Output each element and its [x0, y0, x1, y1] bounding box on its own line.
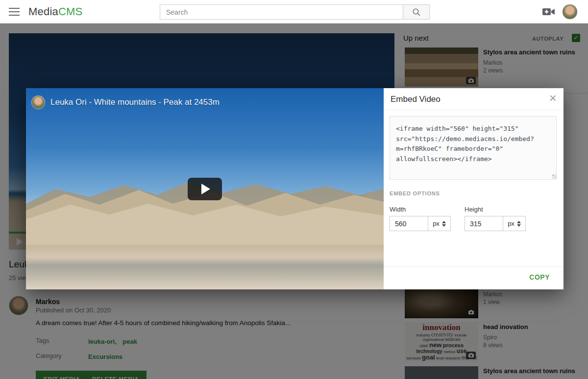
menu-icon[interactable] — [9, 7, 20, 16]
preview-video-title: Leuka Ori - White mountains - Peak at 24… — [50, 97, 220, 107]
search-button[interactable] — [403, 4, 430, 20]
spinner-arrows-icon — [442, 221, 446, 227]
width-label: Width — [390, 206, 406, 213]
height-label: Height — [465, 206, 483, 213]
search-input[interactable] — [160, 4, 403, 20]
embed-popup: Leuka Ori - White mountains - Peak at 24… — [26, 88, 564, 289]
play-button[interactable] — [188, 178, 222, 200]
top-header: MediaCMS — [0, 0, 588, 24]
embed-video-preview[interactable]: Leuka Ori - White mountains - Peak at 24… — [26, 88, 384, 289]
height-input[interactable] — [465, 216, 503, 231]
modal-title-divider — [384, 110, 564, 110]
upload-media-icon[interactable] — [542, 7, 556, 17]
spinner-arrows-icon — [517, 221, 521, 227]
width-input[interactable] — [390, 216, 428, 231]
modal-footer-divider — [384, 266, 564, 267]
mediacms-app: Leuka Ori - White mountains - Peak at 24… — [0, 0, 588, 379]
modal-title: Embed Video — [391, 95, 441, 104]
play-icon — [201, 184, 210, 194]
close-icon[interactable]: × — [549, 91, 557, 106]
embed-code-textarea[interactable]: <iframe width="560" height="315" src="ht… — [390, 116, 557, 180]
embed-video-modal: Embed Video × <iframe width="560" height… — [384, 88, 564, 289]
resize-handle-icon[interactable] — [552, 174, 557, 179]
uploader-avatar[interactable] — [31, 95, 45, 109]
search-icon — [412, 8, 421, 17]
height-unit-value: px — [508, 220, 514, 227]
search-bar — [160, 4, 430, 20]
width-unit-value: px — [433, 220, 440, 227]
user-avatar[interactable] — [562, 4, 578, 20]
copy-button[interactable]: COPY — [529, 273, 550, 281]
embed-options-label: EMBED OPTIONS — [390, 190, 440, 196]
mediacms-logo[interactable]: MediaCMS — [28, 5, 82, 18]
width-unit-select[interactable]: px — [428, 216, 451, 231]
height-unit-select[interactable]: px — [503, 216, 526, 231]
